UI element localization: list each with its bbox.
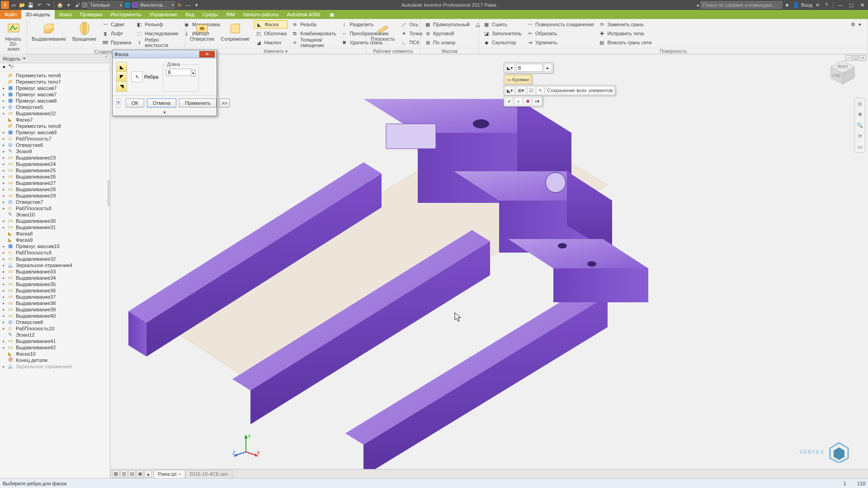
dialog-help-icon[interactable]: ?	[116, 99, 120, 108]
dialog-cancel-button[interactable]: Отмена	[147, 99, 176, 108]
tree-node[interactable]: ▸▭Выдавливание36	[0, 287, 110, 294]
dialog-expand-button[interactable]: >>	[219, 99, 230, 108]
tree-node[interactable]: ▸▭Выдавливание24	[0, 161, 110, 167]
apply-plus-icon[interactable]: ＋	[514, 97, 523, 105]
tabtool-2-icon[interactable]: ▥	[120, 470, 127, 478]
length-spinner-icon[interactable]: ▸	[191, 70, 196, 77]
tree-node[interactable]: ▸▭Выдавливание41	[0, 338, 110, 344]
draft-button[interactable]: ◢Наклон	[254, 38, 288, 47]
expand-icon[interactable]: ▸	[3, 187, 7, 192]
apply-more-icon[interactable]: ≡▾	[533, 97, 542, 105]
extend-button[interactable]: ⇥Удлинить	[525, 38, 594, 47]
tree-node[interactable]: ▸▭Выдавливание27	[0, 180, 110, 186]
chamfer-value-field[interactable]: 8	[516, 64, 543, 72]
opt1-icon[interactable]: ◣▾	[505, 86, 515, 94]
coil-button[interactable]: ➿Пружина	[101, 38, 132, 47]
expand-icon[interactable]: ▸	[3, 174, 7, 179]
tree-node[interactable]: ▸▭Выдавливание34	[0, 275, 110, 281]
doc-tab-close-icon[interactable]: ×	[178, 471, 181, 477]
tab-inspect[interactable]: Проверка	[76, 10, 106, 19]
pick-edges-button[interactable]: ↖	[132, 71, 142, 82]
color-swatch[interactable]	[132, 2, 137, 8]
expand-icon[interactable]: ▸	[3, 168, 7, 173]
feature-tree[interactable]: ⇄Переместить тело6⇄Переместить тело7▸▦Пр…	[0, 71, 110, 478]
tree-node[interactable]: ▸◇РабПлоскость8	[0, 205, 110, 211]
tree-node[interactable]: ⇄Переместить тело7	[0, 79, 110, 85]
tree-node[interactable]: ◣Фаска10	[0, 351, 110, 357]
fx-icon[interactable]: fx	[175, 1, 184, 9]
hole-button[interactable]: Отверстие	[188, 20, 216, 42]
tree-node[interactable]: ▸▭Выдавливание40	[0, 313, 110, 319]
rib-button[interactable]: ⦀Ребро жесткости	[135, 38, 179, 47]
qat-new-icon[interactable]: ▭	[9, 1, 18, 9]
expand-icon[interactable]: ▸	[3, 288, 7, 293]
panel-options-button[interactable]: ⚙▾	[849, 20, 862, 28]
expand-icon[interactable]: ▸	[3, 320, 7, 324]
expand-icon[interactable]: ▸	[3, 282, 7, 286]
tree-node[interactable]: ▸▭Выдавливание29	[0, 192, 110, 199]
dialog-expand-arrow-icon[interactable]: ▼	[113, 110, 217, 116]
expand-icon[interactable]: ▸	[3, 301, 7, 305]
expand-icon[interactable]: ▸	[3, 364, 7, 369]
window-close-icon[interactable]: ✕	[857, 1, 867, 9]
expand-icon[interactable]: ▸	[3, 206, 7, 211]
value-spin-icon[interactable]: ▸	[544, 64, 552, 72]
qat-dropdown-icon[interactable]: ▾	[193, 1, 201, 9]
tree-node[interactable]: ◣Фаска7	[0, 117, 110, 123]
fillet-button[interactable]: Сопряжение	[219, 20, 251, 42]
expand-icon[interactable]: ▸	[3, 136, 7, 141]
tree-node[interactable]: ▸▭Выдавливание26	[0, 174, 110, 180]
tree-node[interactable]: ▸▭Выдавливание38	[0, 300, 110, 306]
trim-button[interactable]: ✂Обрезать	[525, 29, 594, 38]
expand-icon[interactable]: ▸	[3, 130, 7, 135]
chamfer-mode-icon[interactable]: ◣▾	[505, 64, 515, 72]
splitter-handle[interactable]	[108, 181, 110, 206]
expand-icon[interactable]: ▸	[3, 92, 7, 97]
apply-cancel-icon[interactable]: ✖	[524, 97, 532, 105]
tab-addins-icon[interactable]: ▣	[327, 10, 337, 19]
help-icon[interactable]: ?	[822, 1, 830, 9]
navigation-bar[interactable]: ◎ ✥ 🔍 ⟳ ▭	[854, 98, 865, 153]
expand-icon[interactable]: ▸	[3, 111, 7, 116]
tree-node[interactable]: ✎Эскиз10	[0, 211, 110, 218]
qat-save-icon[interactable]: 💾	[27, 1, 35, 9]
viewport[interactable]: – ▢ ×	[110, 54, 868, 478]
expand-icon[interactable]: ▸	[3, 250, 7, 255]
plane-button[interactable]: Плоскость	[369, 20, 396, 42]
tree-node[interactable]: ▸▭Выдавливание32	[0, 256, 110, 262]
binoculars-icon[interactable]: 🔭	[8, 64, 14, 70]
tree-node[interactable]: ⇄Переместить тело8	[0, 123, 110, 129]
expand-icon[interactable]: ▸	[3, 155, 7, 160]
qat-redo-icon[interactable]: ↷	[44, 1, 52, 9]
expand-icon[interactable]: ▸	[3, 326, 7, 331]
visual-style-combo[interactable]: Типовые	[88, 1, 123, 9]
tab-environments[interactable]: Среды	[198, 10, 222, 19]
material-combo[interactable]: Фиолетов…	[138, 1, 175, 9]
sketch-driven-button[interactable]: ⊞По эскизу	[423, 38, 471, 47]
tree-node[interactable]: ▸◎Отверстие5	[0, 104, 110, 110]
expand-icon[interactable]: ▸	[3, 219, 7, 223]
appearance-icon[interactable]: 🌐	[123, 1, 132, 9]
expand-icon[interactable]: ▸	[3, 339, 7, 343]
expand-icon[interactable]: ▸	[3, 244, 7, 249]
qat-select-icon[interactable]: ▾	[65, 1, 73, 9]
view-cube[interactable]: верхспр	[829, 59, 856, 86]
tree-node[interactable]: ▸▭Выдавливание25	[0, 167, 110, 174]
tree-node[interactable]: ▸▭Выдавливание22	[0, 110, 110, 117]
tree-node[interactable]: ▸⧋Зеркальное отражение4	[0, 262, 110, 268]
tree-node[interactable]: ▸✎Эскиз9	[0, 148, 110, 155]
tree-node[interactable]: ▸◇РабПлоскость7	[0, 136, 110, 142]
replace-face-button[interactable]: ⟳Заменить грань	[597, 20, 652, 28]
thread-button[interactable]: ≋Резьба	[290, 20, 337, 28]
circ-pattern-button[interactable]: ⊚Круговой	[423, 29, 471, 38]
tabtool-1-icon[interactable]: ▦	[112, 470, 119, 478]
sweep-button[interactable]: 〰Сдвиг	[101, 20, 132, 28]
mode-two-distance-icon[interactable]: ◥	[116, 82, 127, 92]
tabtool-up-icon[interactable]: ▲	[145, 470, 152, 478]
expand-icon[interactable]: ▸	[3, 263, 7, 267]
expand-icon[interactable]: ▸	[3, 181, 7, 185]
tree-node[interactable]: ▸▭Выдавливание30	[0, 218, 110, 224]
loft-button[interactable]: ⧗Лофт	[101, 29, 132, 38]
tree-node[interactable]: ⇄Переместить тело6	[0, 72, 110, 79]
tree-node[interactable]: ▸▭Выдавливание23	[0, 155, 110, 161]
